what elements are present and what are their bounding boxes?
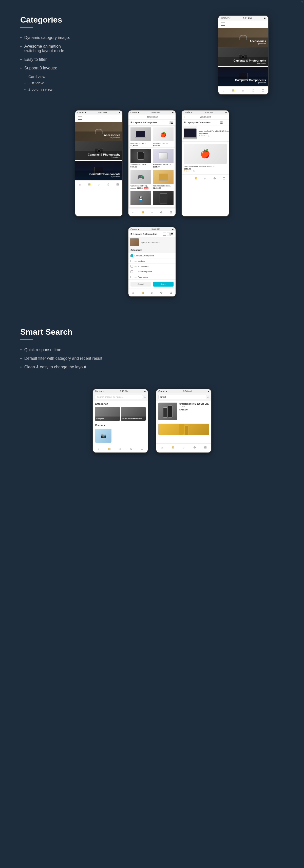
product-game[interactable]: ♡ 🎮 GameConsole Desig... $150.00 $129.00…: [129, 169, 152, 190]
sp2-nav-search[interactable]: ⌕: [181, 445, 186, 450]
filter-checkbox-mac[interactable]: [130, 270, 133, 273]
ph3-view-2col[interactable]: ▦: [220, 121, 223, 124]
product-usb[interactable]: ♡ 💾: [129, 190, 152, 207]
filter-checkbox-laptops-computers[interactable]: [130, 254, 133, 257]
filter-checkbox-peripherals[interactable]: [130, 276, 133, 278]
nav-grid-icon[interactable]: ⊞: [231, 88, 236, 93]
product-list-applecare-container[interactable]: ♡ 🍎 Protection Plan for MacBook Air / 13…: [182, 142, 229, 174]
ph2-back-icon[interactable]: ‹: [130, 116, 131, 118]
filter-nav-home[interactable]: ⌂: [131, 290, 135, 295]
sp2-search-icon[interactable]: ⌕: [207, 395, 209, 399]
ph1-hamburger[interactable]: [78, 117, 82, 120]
ph3-nav-user[interactable]: ⊡: [222, 176, 226, 181]
ph1-cat-accessories[interactable]: Accessories 11 products: [75, 122, 122, 141]
sp2-nav-cart[interactable]: ⊙: [192, 445, 197, 450]
ph2-view-list[interactable]: ≡: [163, 121, 166, 124]
ph3-nav-search[interactable]: ⌕: [203, 176, 208, 181]
filter-item-laptops-computers[interactable]: Laptops & Computers: [128, 253, 176, 258]
sp2-result-price-2: $580.00 $519.00: [211, 435, 212, 440]
sp1-recent-camera[interactable]: 📷: [95, 428, 146, 444]
product-hdd[interactable]: ♡: [152, 190, 175, 207]
ph1-nav-home[interactable]: ⌂: [78, 182, 82, 187]
filter-cancel-button[interactable]: Cancel: [130, 282, 151, 286]
product-heart-icon[interactable]: ♡: [149, 191, 151, 193]
ph1-nav-cart[interactable]: ⊙: [106, 182, 111, 187]
ph2-nav-cart[interactable]: ⊙: [159, 210, 164, 215]
filter-item-mac[interactable]: ---- Mac Computers: [128, 269, 176, 274]
product-heart-icon[interactable]: ♡: [172, 127, 174, 130]
filter-view-2[interactable]: ▦: [167, 232, 170, 236]
sp1-nav-search[interactable]: ⌕: [118, 446, 123, 451]
filter-nav-cart[interactable]: ⊙: [159, 290, 164, 295]
sp2-nav-user[interactable]: ⊡: [203, 445, 208, 450]
ph1-cat-cameras[interactable]: Cameras & Photography 5 products: [75, 142, 122, 160]
filter-checkbox-laptops[interactable]: [130, 260, 133, 262]
ph1-nav-user[interactable]: ⊡: [115, 182, 120, 187]
sp2-result-smartphone-64[interactable]: Smartphone 6S 64GB LTE TONY $580.00 $519…: [156, 422, 211, 443]
nav-search-icon[interactable]: ⌕: [241, 88, 245, 93]
nav-user-icon[interactable]: ⊡: [261, 88, 265, 93]
sp1-nav-grid[interactable]: ⊞: [107, 446, 112, 451]
product-heart-icon[interactable]: ♡: [149, 127, 151, 130]
filter-select-button[interactable]: Select: [153, 282, 174, 286]
ph2-nav-grid[interactable]: ⊞: [140, 210, 145, 215]
filter-view-3[interactable]: ⊟: [171, 232, 174, 236]
ph3-view-list1[interactable]: ≡: [216, 121, 219, 124]
filter-nav-user[interactable]: ⊡: [169, 290, 173, 295]
sp1-nav-home[interactable]: ⌂: [96, 446, 101, 451]
search-cat-gadgets[interactable]: Gadgets: [95, 407, 120, 421]
sp1-search-icon[interactable]: ⌕: [144, 395, 146, 399]
ph3-view-grid[interactable]: ⊟: [224, 121, 227, 124]
product-macbook[interactable]: ♡ Apple MacBook Pro... $1,800.00: [129, 126, 152, 148]
filter-view-1[interactable]: ≡: [163, 232, 166, 236]
ph2-view-grid[interactable]: ⊟: [171, 121, 174, 124]
carrier-label: Carrier ▾: [221, 17, 231, 20]
filter-checkbox-accessories[interactable]: [130, 265, 133, 268]
sp2-result-smartphone-128[interactable]: Smartphone 6S 128GB LTE TONY $780.00: [156, 401, 211, 422]
search-cat-home[interactable]: Home Entertainment: [121, 407, 146, 421]
product-tablet[interactable]: ♡ Tablet Red EliteBook... $2,299.00: [152, 169, 175, 190]
sp2-nav-grid[interactable]: ⊞: [171, 445, 175, 450]
sp1-nav-cart[interactable]: ⊙: [129, 446, 133, 451]
tablet-decoration: [153, 170, 174, 184]
applecare-heart-icon[interactable]: ♡: [224, 145, 226, 147]
ph3-nav-home[interactable]: ⌂: [184, 176, 189, 181]
product-watch[interactable]: ♡ Smartwatch 2.0 LTE... $725.00: [129, 148, 152, 169]
ph1-nav-grid[interactable]: ⊞: [87, 182, 92, 187]
sp2-search-input[interactable]: smart: [158, 395, 206, 399]
sp1-nav-user[interactable]: ⊡: [140, 446, 144, 451]
product-heart-icon[interactable]: ♡: [149, 149, 151, 151]
product-heart-icon[interactable]: ♡: [149, 170, 151, 172]
ph2-nav-home[interactable]: ⌂: [131, 210, 135, 215]
filter-item-peripherals[interactable]: ---- Peripherals: [128, 274, 176, 280]
product-applecare[interactable]: ♡ 🍎 Protection Plan for... $250.00: [152, 126, 175, 148]
filter-item-laptops[interactable]: ---- Laptops: [128, 258, 176, 264]
ph3-nav-grid[interactable]: ⊞: [193, 176, 198, 181]
filter-item-accessories[interactable]: ---- Accessories: [128, 264, 176, 269]
category-card-accessories[interactable]: Accessories 11 products: [218, 28, 268, 47]
filter-nav-grid[interactable]: ⊞: [140, 290, 145, 295]
category-card-cameras[interactable]: Cameras & Photography 5 products: [218, 48, 268, 66]
product-heart-icon[interactable]: ♡: [172, 170, 174, 172]
product-heart-icon[interactable]: ♡: [172, 149, 174, 151]
ph1-nav-search[interactable]: ⌕: [96, 182, 101, 187]
ph3-back-icon[interactable]: ‹: [184, 116, 184, 118]
nav-home-icon[interactable]: ⌂: [221, 88, 226, 93]
product-list-macbook[interactable]: Apple MacBook Pro MF841HNA 13-inch... $1…: [182, 125, 229, 142]
hamburger-icon[interactable]: [221, 23, 225, 26]
usb-decoration: 💾: [130, 191, 151, 205]
computers-overlay: Computer Components 1 products: [218, 76, 268, 86]
product-ssd[interactable]: ♡ External SSD USB 3.1... $385.00: [152, 148, 175, 169]
ph3-nav-cart[interactable]: ⊙: [212, 176, 217, 181]
sp2-nav-home[interactable]: ⌂: [160, 445, 164, 450]
category-card-computers[interactable]: Computer Components 1 products: [218, 67, 268, 86]
ph2-nav-search[interactable]: ⌕: [150, 210, 154, 215]
ph1-cat-computers[interactable]: Computer Components 1 products: [75, 161, 122, 180]
nav-cart-icon[interactable]: ⊙: [251, 88, 255, 93]
search-phone-1: Carrier ▾ 9:18 AM ■ Search product by na…: [92, 389, 148, 453]
ph2-nav-user[interactable]: ⊡: [169, 210, 173, 215]
filter-nav-search[interactable]: ⌕: [150, 290, 154, 295]
product-heart-icon[interactable]: ♡: [172, 191, 174, 193]
sp1-search-input[interactable]: Search product by name...: [95, 395, 143, 399]
ph2-view-2col[interactable]: ▦: [167, 121, 170, 124]
